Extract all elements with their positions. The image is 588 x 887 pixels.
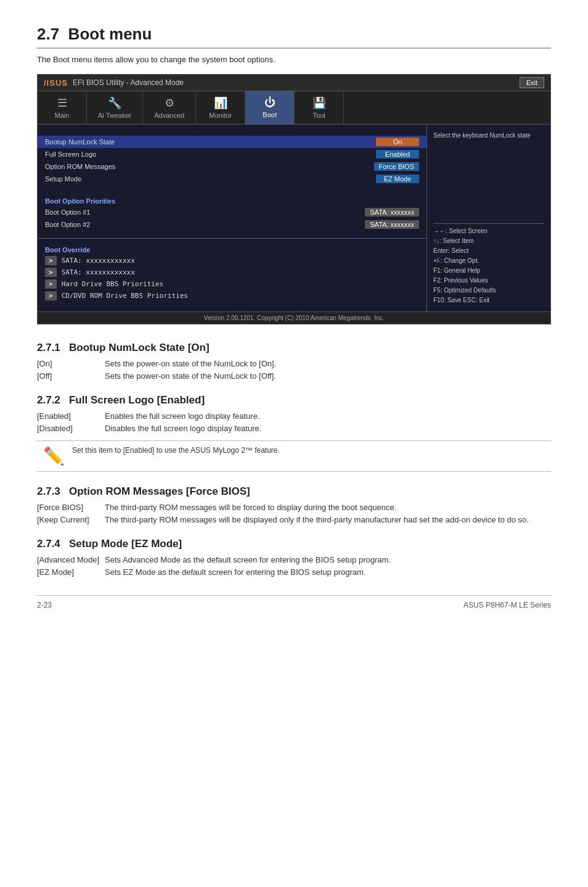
term-disabled: [Disabled] (37, 424, 105, 433)
main-icon: ☰ (57, 96, 67, 110)
desc-keepcurrent: The third-party ROM messages will be dis… (105, 515, 529, 524)
boot-option1-row[interactable]: Boot Option #1 SATA: xxxxxxx (38, 206, 427, 218)
note-272: ✏️ Set this item to [Enabled] to use the… (37, 440, 551, 472)
note-icon: ✏️ (43, 446, 65, 466)
bios-body: Bootup NumLock State On Full Screen Logo… (38, 125, 550, 311)
desc-ezmode: Sets EZ Mode as the default screen for e… (105, 567, 365, 577)
def-on: [On] Sets the power-on state of the NumL… (37, 359, 551, 368)
nav-tool-label: Tool (313, 112, 325, 119)
nav-advanced[interactable]: ⚙ Advanced (143, 91, 196, 124)
boot-option2-value: SATA: xxxxxxx (365, 220, 419, 229)
boot-override-sata2-label: SATA: xxxxxxxxxxxx (62, 268, 135, 276)
boot-override-cdvd[interactable]: > CD/DVD ROM Drive BBS Priorities (38, 290, 427, 302)
subsection-273-name: Option ROM Messages [Force BIOS] (69, 485, 250, 497)
boot-override-sata2[interactable]: > SATA: xxxxxxxxxxxx (38, 266, 427, 278)
subsection-272-title: 2.7.2 Full Screen Logo [Enabled] (37, 394, 551, 406)
def-advancedmode: [Advanced Mode] Sets Advanced Mode as th… (37, 555, 551, 564)
nav-tool[interactable]: 💾 Tool (295, 91, 344, 124)
bios-key-help: →←: Select Screen ↑↓: Select Item Enter:… (433, 226, 544, 305)
subsection-274: 2.7.4 Setup Mode [EZ Mode] [Advanced Mod… (37, 538, 551, 577)
term-keepcurrent: [Keep Current] (37, 515, 105, 524)
setup-mode-row[interactable]: Setup Mode EZ Mode (38, 173, 427, 185)
subsection-274-title: 2.7.4 Setup Mode [EZ Mode] (37, 538, 551, 550)
subsection-273-title: 2.7.3 Option ROM Messages [Force BIOS] (37, 485, 551, 498)
nav-main[interactable]: ☰ Main (38, 91, 87, 124)
bootup-numlock-value: On (376, 138, 419, 146)
ai-tweaker-icon: 🔧 (108, 96, 121, 110)
boot-priorities-header: Boot Option Priorities (38, 194, 427, 206)
subsection-273-number: 2.7.3 (37, 485, 60, 497)
subsection-272-number: 2.7.2 (37, 394, 60, 406)
def-enabled: [Enabled] Enables the full screen logo d… (37, 411, 551, 421)
boot-option2-row[interactable]: Boot Option #2 SATA: xxxxxxx (38, 218, 427, 231)
bios-exit-button[interactable]: Exit (520, 77, 544, 88)
subsection-272-name: Full Screen Logo [Enabled] (69, 394, 205, 406)
term-off: [Off] (37, 371, 105, 381)
term-forcebios: [Force BIOS] (37, 503, 105, 512)
monitor-icon: 📊 (214, 96, 227, 110)
nav-boot-label: Boot (263, 111, 277, 118)
arrow-icon-4: > (45, 291, 57, 300)
boot-override-hdd[interactable]: > Hard Drive BBS Priorities (38, 278, 427, 290)
subsection-271-number: 2.7.1 (37, 342, 60, 353)
boot-option1-label: Boot Option #1 (45, 208, 365, 216)
full-screen-logo-label: Full Screen Logo (45, 151, 376, 158)
nav-advanced-label: Advanced (154, 112, 184, 119)
subsection-274-number: 2.7.4 (37, 538, 60, 550)
note-272-text: Set this item to [Enabled] to use the AS… (72, 446, 280, 455)
nav-main-label: Main (55, 112, 70, 119)
nav-ai-tweaker[interactable]: 🔧 Ai Tweaker (87, 91, 143, 124)
bios-titlebar: /ISUS EFI BIOS Utility - Advanced Mode E… (38, 75, 550, 91)
def-keepcurrent: [Keep Current] The third-party ROM messa… (37, 515, 551, 524)
subsection-272: 2.7.2 Full Screen Logo [Enabled] [Enable… (37, 394, 551, 472)
boot-option1-value: SATA: xxxxxxx (365, 208, 419, 217)
section-title: 2.7 Boot menu (37, 25, 551, 49)
option-rom-row[interactable]: Option ROM Messages Force BIOS (38, 160, 427, 173)
boot-override-sata1[interactable]: > SATA: xxxxxxxxxxxx (38, 255, 427, 266)
nav-boot[interactable]: ⏻ Boot (245, 91, 295, 124)
nav-ai-tweaker-label: Ai Tweaker (98, 112, 131, 119)
boot-icon: ⏻ (264, 96, 276, 109)
page-footer: 2-23 ASUS P8H67-M LE Series (37, 595, 551, 609)
section-name: Boot menu (68, 25, 152, 43)
arrow-icon-3: > (45, 279, 57, 289)
nav-monitor[interactable]: 📊 Monitor (196, 91, 245, 124)
section-number: 2.7 (37, 25, 59, 43)
bootup-numlock-row[interactable]: Bootup NumLock State On (38, 136, 427, 148)
subsection-273: 2.7.3 Option ROM Messages [Force BIOS] [… (37, 485, 551, 524)
arrow-icon-2: > (45, 268, 57, 277)
subsection-271-name: Bootup NumLock State [On] (69, 342, 210, 353)
term-on: [On] (37, 359, 105, 368)
def-disabled: [Disabled] Disables the full screen logo… (37, 424, 551, 433)
subsection-271: 2.7.1 Bootup NumLock State [On] [On] Set… (37, 342, 551, 381)
bios-footer: Version 2.00.1201. Copyright (C) 2010 Am… (38, 311, 550, 324)
def-off: [Off] Sets the power-on state of the Num… (37, 371, 551, 381)
full-screen-logo-row[interactable]: Full Screen Logo Enabled (38, 148, 427, 160)
boot-override-hdd-label: Hard Drive BBS Priorities (62, 280, 164, 288)
subsection-274-name: Setup Mode [EZ Mode] (69, 538, 182, 550)
section-description: The Boot menu items allow you to change … (37, 55, 551, 64)
boot-override-header: Boot Override (38, 242, 427, 255)
bios-screenshot: /ISUS EFI BIOS Utility - Advanced Mode E… (37, 74, 551, 324)
advanced-icon: ⚙ (165, 96, 174, 110)
desc-on: Sets the power-on state of the NumLock t… (105, 359, 276, 368)
setup-mode-value: EZ Mode (376, 175, 419, 183)
page-content: 2.7 Boot menu The Boot menu items allow … (0, 0, 588, 634)
term-ezmode: [EZ Mode] (37, 567, 105, 577)
footer-right: ASUS P8H67-M LE Series (463, 601, 551, 609)
desc-off: Sets the power-on state of the NumLock t… (105, 371, 276, 381)
bios-sidebar: Select the keyboard NumLock state →←: Se… (427, 125, 550, 311)
option-rom-label: Option ROM Messages (45, 163, 374, 170)
bios-sidebar-divider (433, 223, 544, 224)
desc-advancedmode: Sets Advanced Mode as the default screen… (105, 555, 391, 564)
nav-monitor-label: Monitor (209, 112, 232, 119)
def-ezmode: [EZ Mode] Sets EZ Mode as the default sc… (37, 567, 551, 577)
def-forcebios: [Force BIOS] The third-party ROM message… (37, 503, 551, 512)
footer-left: 2-23 (37, 601, 52, 609)
bios-mode: EFI BIOS Utility - Advanced Mode (73, 78, 184, 87)
boot-override-cdvd-label: CD/DVD ROM Drive BBS Priorities (62, 292, 188, 300)
boot-override-sata1-label: SATA: xxxxxxxxxxxx (62, 257, 135, 265)
desc-disabled: Disables the full screen logo display fe… (105, 424, 261, 433)
term-enabled: [Enabled] (37, 411, 105, 421)
bios-logo: /ISUS (44, 78, 68, 88)
